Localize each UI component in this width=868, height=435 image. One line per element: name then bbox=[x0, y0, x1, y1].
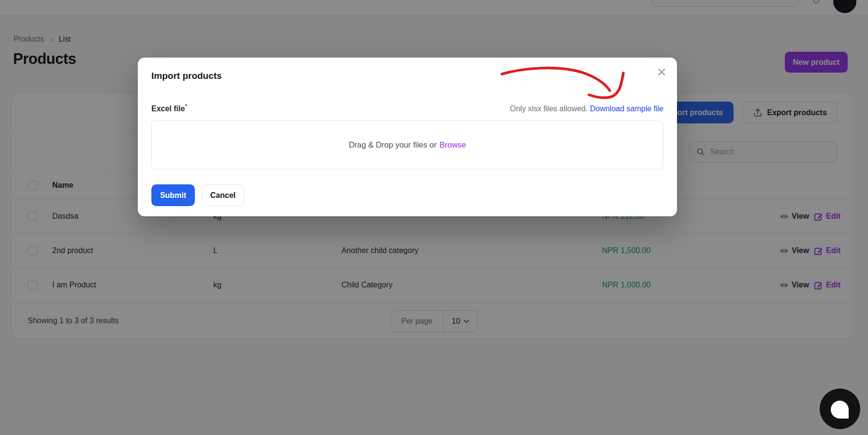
required-asterisk: * bbox=[185, 103, 187, 110]
excel-file-label: Excel file* bbox=[151, 103, 187, 113]
file-helper-text: Only xlsx files allowed. Download sample… bbox=[510, 105, 663, 113]
modal-title: Import products bbox=[151, 70, 663, 81]
cancel-button[interactable]: Cancel bbox=[202, 184, 244, 206]
submit-button[interactable]: Submit bbox=[151, 184, 195, 206]
close-icon[interactable]: × bbox=[657, 63, 666, 80]
field-label-text: Excel file bbox=[151, 105, 185, 113]
dropzone-text: Drag & Drop your files or bbox=[349, 140, 437, 150]
chat-widget-button[interactable] bbox=[820, 389, 860, 429]
import-products-modal: Import products × Excel file* Only xlsx … bbox=[138, 58, 677, 216]
helper-note: Only xlsx files allowed. bbox=[510, 105, 588, 113]
file-dropzone[interactable]: Drag & Drop your files or Browse bbox=[151, 120, 663, 169]
download-sample-link[interactable]: Download sample file bbox=[590, 105, 663, 113]
chat-bubble-icon bbox=[831, 401, 849, 419]
page: Products › List Products New product Imp… bbox=[0, 0, 868, 435]
browse-link[interactable]: Browse bbox=[440, 140, 466, 150]
